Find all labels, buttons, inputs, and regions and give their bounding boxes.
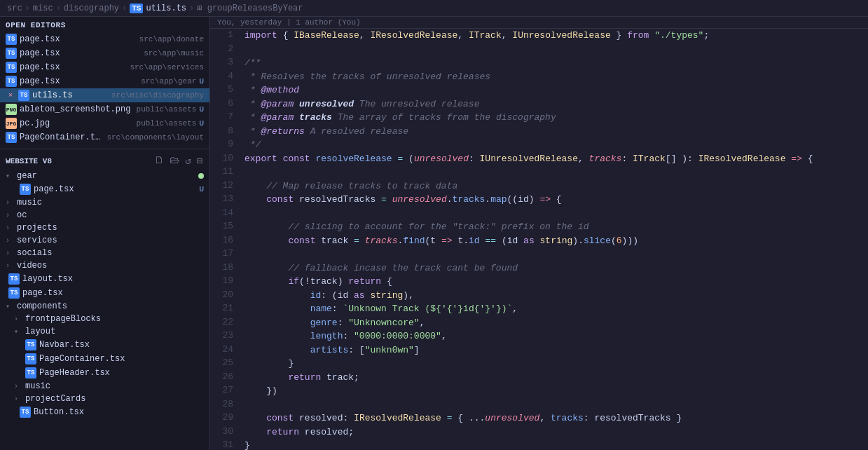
- breadcrumb-src: src: [7, 4, 22, 13]
- editor-file-donate[interactable]: TS page.tsx src\app\donate: [0, 32, 209, 46]
- line-9: 9 */: [210, 138, 868, 152]
- line-18: 18 // fallback incase the track cant be …: [210, 261, 868, 275]
- editor-file-gear[interactable]: TS page.tsx src\app\gear U: [0, 74, 209, 88]
- modified-badge: U: [199, 119, 204, 128]
- chevron-icon: ›: [14, 383, 22, 390]
- line-16: 16 const track = tracks.find(t => t.id =…: [210, 234, 868, 248]
- sidebar: Open Editors TS page.tsx src\app\donate …: [0, 17, 210, 450]
- tree-file-button[interactable]: TS Button.tsx: [0, 405, 209, 419]
- line-19: 19 if(!track) return {: [210, 275, 868, 289]
- line-20: 20 id: (id as string),: [210, 289, 868, 303]
- line-7: 7 * @param tracks The array of tracks fr…: [210, 111, 868, 125]
- line-11: 11: [210, 165, 868, 179]
- editor-file-ableton[interactable]: PNG ableton_screenshot.png public\assets…: [0, 102, 209, 116]
- line-15: 15 // slicing to account for the "track:…: [210, 220, 868, 234]
- line-24: 24 artists: ["unkn0wn"]: [210, 343, 868, 357]
- folder-components[interactable]: ▾ components: [0, 300, 209, 313]
- folder-projectcards[interactable]: › projectCards: [0, 393, 209, 405]
- folder-frontpageblocks[interactable]: › frontpageBlocks: [0, 313, 209, 325]
- folder-music[interactable]: › music: [0, 196, 209, 209]
- code-table: 1 import { IBaseRelease, IResolvedReleas…: [210, 29, 868, 450]
- ts-icon: TS: [25, 353, 36, 364]
- line-28: 28: [210, 398, 868, 412]
- folder-socials[interactable]: › socials: [0, 247, 209, 259]
- close-icon[interactable]: ×: [6, 91, 15, 100]
- breadcrumb: src › misc › discography › TS utils.ts ›…: [0, 0, 868, 17]
- line-5: 5 * @method: [210, 83, 868, 97]
- chevron-icon: ›: [14, 395, 22, 403]
- ts-icon: TS: [6, 48, 17, 59]
- chevron-icon: ›: [6, 199, 14, 207]
- editor-file-music[interactable]: TS page.tsx src\app\music: [0, 46, 209, 60]
- line-2: 2: [210, 43, 868, 57]
- chevron-icon: ▾: [6, 302, 14, 311]
- ts-icon: TS: [20, 184, 31, 195]
- tree-file-pageheader[interactable]: TS PageHeader.tsx: [0, 366, 209, 380]
- ts-icon: TS: [20, 407, 31, 418]
- file-tree: ▾ gear TS page.tsx U › music › oc: [0, 170, 209, 450]
- editor-file-services[interactable]: TS page.tsx src\app\services: [0, 60, 209, 74]
- tree-file-layout[interactable]: TS layout.tsx: [0, 272, 209, 286]
- app-container: src › misc › discography › TS utils.ts ›…: [0, 0, 868, 450]
- line-8: 8 * @returns A resolved release: [210, 125, 868, 139]
- folder-services[interactable]: › services: [0, 234, 209, 247]
- folder-music-components[interactable]: › music: [0, 380, 209, 393]
- chevron-icon: ▾: [6, 172, 14, 180]
- chevron-icon: ›: [6, 224, 14, 232]
- editor-file-pc[interactable]: JPG pc.jpg public\assets U: [0, 116, 209, 130]
- tree-file-page-gear[interactable]: TS page.tsx U: [0, 182, 209, 196]
- collapse-icon[interactable]: ⊟: [195, 154, 204, 168]
- editor-file-pagecontainer[interactable]: TS PageContainer.tsx src\components\layo…: [0, 130, 209, 144]
- modified-badge: U: [199, 77, 204, 86]
- line-30: 30 return resolved;: [210, 425, 868, 439]
- folder-layout[interactable]: ▾ layout: [0, 325, 209, 338]
- tree-file-pagecontainer[interactable]: TS PageContainer.tsx: [0, 352, 209, 366]
- line-26: 26 return track;: [210, 371, 868, 385]
- git-blame: You, yesterday | 1 author (You): [210, 17, 868, 29]
- line-17: 17: [210, 247, 868, 261]
- line-1: 1 import { IBaseRelease, IResolvedReleas…: [210, 29, 868, 43]
- code-area[interactable]: 1 import { IBaseRelease, IResolvedReleas…: [210, 29, 868, 450]
- new-file-icon[interactable]: 🗋: [153, 154, 165, 168]
- jpg-icon: JPG: [6, 118, 17, 129]
- line-21: 21 name: `Unknown Track (${'{'}id{'}'})`…: [210, 302, 868, 316]
- editor-file-utils[interactable]: × TS utils.ts src\misc\discography: [0, 88, 209, 102]
- chevron-icon: ›: [6, 237, 14, 245]
- chevron-icon: ▾: [14, 327, 22, 336]
- modified-badge: U: [199, 105, 204, 114]
- tree-file-page-root[interactable]: TS page.tsx: [0, 286, 209, 300]
- line-29: 29 const resolved: IResolvedRelease = { …: [210, 411, 868, 425]
- ts-icon: TS: [18, 90, 29, 101]
- open-editors-header: Open Editors: [0, 18, 209, 32]
- new-folder-icon[interactable]: 🗁: [168, 154, 181, 168]
- website-title: WEBSITE V8: [6, 157, 149, 165]
- breadcrumb-filetype: TS: [130, 4, 143, 13]
- img-icon: PNG: [6, 104, 17, 115]
- chevron-icon: ›: [6, 212, 14, 219]
- chevron-icon: ›: [6, 262, 14, 270]
- folder-oc[interactable]: › oc: [0, 209, 209, 221]
- website-header: WEBSITE V8 🗋 🗁 ↺ ⊟: [0, 152, 209, 170]
- ts-icon: TS: [25, 367, 36, 379]
- tree-file-navbar[interactable]: TS Navbar.tsx: [0, 338, 209, 352]
- folder-videos[interactable]: › videos: [0, 259, 209, 272]
- chevron-icon: ›: [14, 315, 22, 323]
- refresh-icon[interactable]: ↺: [184, 154, 192, 168]
- line-4: 4 * Resolves the tracks of unresolved re…: [210, 70, 868, 84]
- ts-icon: TS: [6, 62, 17, 73]
- code-editor: You, yesterday | 1 author (You) 1 import…: [210, 17, 868, 450]
- line-3: 3 /**: [210, 56, 868, 70]
- line-22: 22 genre: "Unknowncore",: [210, 316, 868, 330]
- ts-icon: TS: [6, 34, 17, 45]
- modified-badge: U: [199, 185, 204, 193]
- folder-gear[interactable]: ▾ gear: [0, 170, 209, 182]
- breadcrumb-symbol: ⊞ groupReleasesByYear: [197, 3, 303, 13]
- line-10: 10 export const resolveRelease = (unreso…: [210, 152, 868, 166]
- breadcrumb-discography: discography: [64, 4, 119, 13]
- modified-dot: [198, 173, 204, 179]
- line-14: 14: [210, 207, 868, 221]
- line-23: 23 length: "0000:0000:0000",: [210, 329, 868, 343]
- line-12: 12 // Map release tracks to track data: [210, 179, 868, 193]
- chevron-icon: ›: [6, 250, 14, 257]
- folder-projects[interactable]: › projects: [0, 221, 209, 234]
